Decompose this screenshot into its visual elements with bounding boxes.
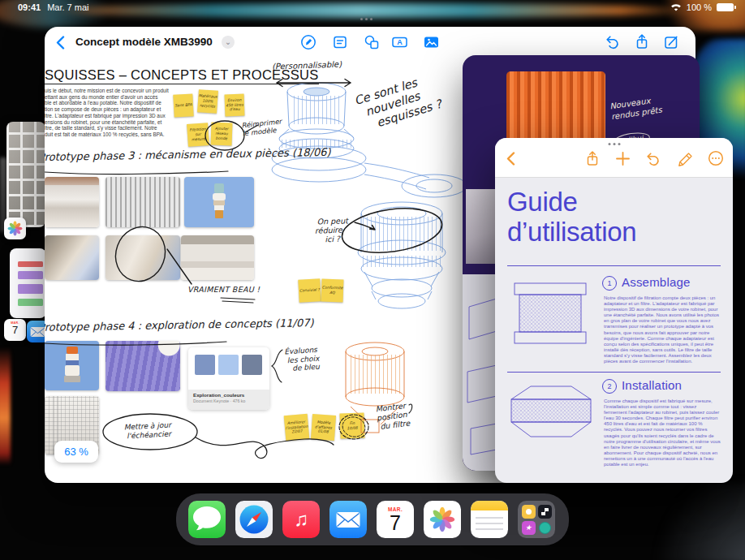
section-heading: Installation xyxy=(622,378,682,392)
handwriting-personnalisable[interactable]: (Personnalisable) xyxy=(272,60,342,72)
window-drag-handle[interactable] xyxy=(608,143,620,145)
notes-line xyxy=(476,528,503,530)
undo-icon[interactable] xyxy=(645,151,661,167)
handwriting-reimprimer[interactable]: Réimprimer le modèle xyxy=(241,117,282,137)
app-library-tile-dark xyxy=(538,505,552,519)
photos-flower-icon xyxy=(6,220,24,237)
guide-toolbar xyxy=(495,138,733,178)
compose-icon[interactable] xyxy=(663,34,679,50)
markup-icon[interactable] xyxy=(676,150,693,167)
sticky-note-icon[interactable] xyxy=(332,34,348,50)
more-icon[interactable] xyxy=(708,150,724,166)
canvas-photo[interactable] xyxy=(106,177,180,227)
battery-icon xyxy=(717,3,734,11)
recent-app-calendar-thumbnail[interactable] xyxy=(10,248,46,318)
back-chevron-icon[interactable] xyxy=(56,36,65,50)
sticky-note[interactable]: Améliorer l'installation 22/07 xyxy=(284,414,310,441)
draw-icon[interactable] xyxy=(300,34,317,50)
calendar-event-bar xyxy=(18,271,43,279)
handwriting-vraiment-beau[interactable]: VRAIMENT BEAU ! xyxy=(187,285,260,294)
handwriting-nouveaux-rendus: Nouveaux rendus prêts xyxy=(609,94,662,123)
canvas-photo[interactable] xyxy=(106,235,180,280)
canvas-photo[interactable] xyxy=(45,235,99,280)
file-meta: Document Keynote · 476 ko xyxy=(193,398,265,403)
handwriting-esquisses[interactable]: Ce sont les nouvelles esquisses ? xyxy=(353,71,444,135)
dock-app-messages[interactable] xyxy=(188,501,226,538)
product-render xyxy=(213,183,226,218)
status-bar: 09:41 Mar. 7 mai 100 % xyxy=(0,0,745,15)
sticky-note[interactable]: Matériaux 100% recyclés xyxy=(197,89,218,114)
section-body: Comme chaque dispositif est fabriqué sur… xyxy=(604,398,721,467)
sticky-note[interactable]: Ajouter réseau bondé xyxy=(211,123,233,146)
guide-title: Guide d’utilisation xyxy=(507,187,702,247)
share-icon[interactable] xyxy=(634,33,650,50)
handwriting-bleu[interactable]: Évaluons les choix de bleu xyxy=(284,346,321,374)
dock-app-photos[interactable] xyxy=(424,501,461,538)
dock-app-safari[interactable] xyxy=(235,501,273,538)
canvas-photo[interactable] xyxy=(184,177,254,227)
color-swatches xyxy=(195,355,262,375)
canvas-photo[interactable] xyxy=(106,341,180,391)
undo-icon[interactable] xyxy=(605,34,621,50)
dock: ♫ MAR. 7 xyxy=(176,493,569,545)
sticky-note[interactable]: Environ 450 litres d'eau xyxy=(225,94,245,117)
section-heading: Assemblage xyxy=(622,275,691,289)
app-library-tile-teal xyxy=(538,521,552,535)
recent-app-photos-thumbnail[interactable] xyxy=(6,122,45,227)
status-time: 09:41 xyxy=(18,2,41,12)
text-box-icon[interactable]: A xyxy=(391,34,408,50)
shapes-icon[interactable] xyxy=(364,34,380,50)
dock-app-music[interactable]: ♫ xyxy=(282,501,320,538)
canvas-photo[interactable] xyxy=(45,341,99,390)
wallpaper-streak xyxy=(0,347,11,465)
dock-app-mail[interactable] xyxy=(329,501,367,538)
section-divider xyxy=(507,265,721,266)
dock-app-notes[interactable] xyxy=(471,501,508,538)
wallpaper-glow xyxy=(617,484,745,560)
dock-app-library[interactable]: ★ xyxy=(518,501,555,538)
app-library-tile-yellow xyxy=(522,505,536,519)
calendar-event-bar xyxy=(18,284,43,294)
handwriting-reduire[interactable]: On peut réduire ici ? xyxy=(314,216,348,244)
handwriting-phase4[interactable]: Prototype phase 4 : exploration de conce… xyxy=(45,317,314,334)
canvas-photo[interactable] xyxy=(181,235,254,280)
calendar-app-badge[interactable]: MAR. 7 xyxy=(4,319,26,341)
board-title[interactable]: Concept modèle XMB3990 xyxy=(75,36,213,48)
guide-window[interactable]: Guide d’utilisation 1 Assemblage Notre d… xyxy=(495,138,733,483)
sticky-note[interactable]: Fin 10/08 xyxy=(339,412,364,438)
add-icon[interactable] xyxy=(615,151,631,166)
sticky-note[interactable]: Convivial ? xyxy=(298,278,321,302)
notes-line xyxy=(476,523,503,524)
ipad-screen: 09:41 Mar. 7 mai 100 % xyxy=(0,0,745,560)
sticky-note[interactable]: Modèle d'affaires 01/08 xyxy=(311,414,336,441)
handwriting-echeancier[interactable]: Mettre à jour l'échéancier xyxy=(123,420,171,440)
zoom-level-badge[interactable]: 63 % xyxy=(54,441,98,463)
calendar-day-label: 7 xyxy=(12,325,18,335)
title-chevron-down-icon[interactable]: ⌄ xyxy=(222,36,235,49)
media-icon[interactable] xyxy=(423,34,440,50)
sticky-note[interactable]: Filtration sur mesure xyxy=(187,123,209,147)
share-icon[interactable] xyxy=(584,150,601,167)
handwriting-filtre[interactable]: Montrer position du filtre xyxy=(375,401,411,432)
photos-flower-icon xyxy=(428,505,457,534)
canvas-intro-text[interactable]: uis le début, notre mission est de conce… xyxy=(45,88,194,138)
slide-photo-fragment xyxy=(466,189,497,264)
sticky-note[interactable]: Sans BPA xyxy=(173,93,193,117)
back-chevron-icon[interactable] xyxy=(506,152,515,166)
calendar-event-bar xyxy=(18,299,43,306)
sticky-note[interactable]: Conformité AQ xyxy=(321,279,344,303)
section-divider xyxy=(507,372,721,373)
product-render xyxy=(64,347,80,382)
handwriting-phase3[interactable]: Prototype phase 3 : mécanisme en deux pi… xyxy=(45,146,331,164)
file-card[interactable]: Exploration_couleurs Document Keynote · … xyxy=(188,347,269,410)
window-drag-handle[interactable] xyxy=(360,18,372,20)
photos-app-badge[interactable] xyxy=(4,218,26,239)
freeform-toolbar: Concept modèle XMB3990 ⌄ A xyxy=(45,27,695,58)
mail-envelope-icon xyxy=(329,501,367,538)
canvas-photo[interactable] xyxy=(45,177,99,227)
wifi-icon xyxy=(670,3,682,12)
dock-app-calendar[interactable]: MAR. 7 xyxy=(377,501,414,538)
file-name: Exploration_couleurs xyxy=(193,392,265,398)
music-note-icon: ♫ xyxy=(294,508,308,530)
slide-light-fragment xyxy=(463,274,497,471)
